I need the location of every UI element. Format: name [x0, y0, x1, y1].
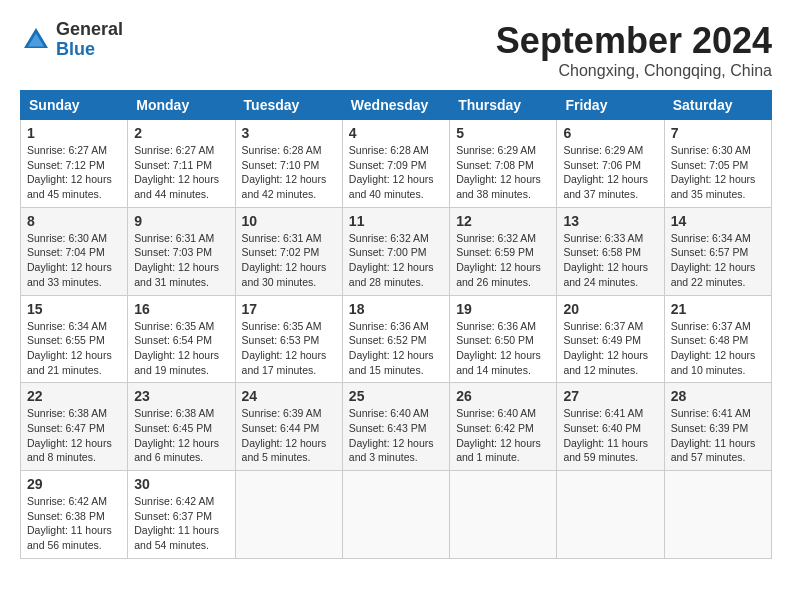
day-info: Sunrise: 6:34 AMSunset: 6:55 PMDaylight:…: [27, 319, 121, 378]
calendar-cell: 14Sunrise: 6:34 AMSunset: 6:57 PMDayligh…: [664, 207, 771, 295]
header-cell-friday: Friday: [557, 91, 664, 120]
day-number: 9: [134, 213, 228, 229]
day-number: 19: [456, 301, 550, 317]
calendar-cell: 8Sunrise: 6:30 AMSunset: 7:04 PMDaylight…: [21, 207, 128, 295]
calendar-cell: 17Sunrise: 6:35 AMSunset: 6:53 PMDayligh…: [235, 295, 342, 383]
day-info: Sunrise: 6:41 AMSunset: 6:39 PMDaylight:…: [671, 406, 765, 465]
calendar-cell: 2Sunrise: 6:27 AMSunset: 7:11 PMDaylight…: [128, 120, 235, 208]
calendar-cell: 30Sunrise: 6:42 AMSunset: 6:37 PMDayligh…: [128, 471, 235, 559]
day-number: 13: [563, 213, 657, 229]
day-info: Sunrise: 6:35 AMSunset: 6:53 PMDaylight:…: [242, 319, 336, 378]
calendar-cell: 18Sunrise: 6:36 AMSunset: 6:52 PMDayligh…: [342, 295, 449, 383]
calendar-body: 1Sunrise: 6:27 AMSunset: 7:12 PMDaylight…: [21, 120, 772, 559]
day-info: Sunrise: 6:38 AMSunset: 6:47 PMDaylight:…: [27, 406, 121, 465]
calendar-cell: 13Sunrise: 6:33 AMSunset: 6:58 PMDayligh…: [557, 207, 664, 295]
header-cell-thursday: Thursday: [450, 91, 557, 120]
calendar-row: 22Sunrise: 6:38 AMSunset: 6:47 PMDayligh…: [21, 383, 772, 471]
day-info: Sunrise: 6:27 AMSunset: 7:12 PMDaylight:…: [27, 143, 121, 202]
calendar-cell: [557, 471, 664, 559]
day-info: Sunrise: 6:29 AMSunset: 7:08 PMDaylight:…: [456, 143, 550, 202]
header-row: SundayMondayTuesdayWednesdayThursdayFrid…: [21, 91, 772, 120]
calendar-cell: 21Sunrise: 6:37 AMSunset: 6:48 PMDayligh…: [664, 295, 771, 383]
calendar-cell: [342, 471, 449, 559]
day-info: Sunrise: 6:28 AMSunset: 7:10 PMDaylight:…: [242, 143, 336, 202]
day-info: Sunrise: 6:32 AMSunset: 6:59 PMDaylight:…: [456, 231, 550, 290]
header-cell-tuesday: Tuesday: [235, 91, 342, 120]
logo-general-text: General: [56, 20, 123, 40]
calendar-cell: 12Sunrise: 6:32 AMSunset: 6:59 PMDayligh…: [450, 207, 557, 295]
day-number: 4: [349, 125, 443, 141]
day-info: Sunrise: 6:36 AMSunset: 6:52 PMDaylight:…: [349, 319, 443, 378]
day-info: Sunrise: 6:41 AMSunset: 6:40 PMDaylight:…: [563, 406, 657, 465]
day-info: Sunrise: 6:36 AMSunset: 6:50 PMDaylight:…: [456, 319, 550, 378]
day-info: Sunrise: 6:37 AMSunset: 6:49 PMDaylight:…: [563, 319, 657, 378]
calendar-row: 1Sunrise: 6:27 AMSunset: 7:12 PMDaylight…: [21, 120, 772, 208]
header-cell-sunday: Sunday: [21, 91, 128, 120]
calendar-cell: 3Sunrise: 6:28 AMSunset: 7:10 PMDaylight…: [235, 120, 342, 208]
day-number: 3: [242, 125, 336, 141]
day-info: Sunrise: 6:35 AMSunset: 6:54 PMDaylight:…: [134, 319, 228, 378]
calendar-cell: 29Sunrise: 6:42 AMSunset: 6:38 PMDayligh…: [21, 471, 128, 559]
calendar-cell: 5Sunrise: 6:29 AMSunset: 7:08 PMDaylight…: [450, 120, 557, 208]
day-number: 11: [349, 213, 443, 229]
calendar-cell: 16Sunrise: 6:35 AMSunset: 6:54 PMDayligh…: [128, 295, 235, 383]
title-section: September 2024 Chongxing, Chongqing, Chi…: [496, 20, 772, 80]
day-number: 2: [134, 125, 228, 141]
calendar-header: SundayMondayTuesdayWednesdayThursdayFrid…: [21, 91, 772, 120]
day-number: 25: [349, 388, 443, 404]
day-number: 23: [134, 388, 228, 404]
header: General Blue September 2024 Chongxing, C…: [20, 20, 772, 80]
day-info: Sunrise: 6:29 AMSunset: 7:06 PMDaylight:…: [563, 143, 657, 202]
day-number: 5: [456, 125, 550, 141]
day-number: 7: [671, 125, 765, 141]
calendar-cell: 10Sunrise: 6:31 AMSunset: 7:02 PMDayligh…: [235, 207, 342, 295]
calendar-cell: 6Sunrise: 6:29 AMSunset: 7:06 PMDaylight…: [557, 120, 664, 208]
day-number: 28: [671, 388, 765, 404]
day-number: 30: [134, 476, 228, 492]
calendar-cell: 11Sunrise: 6:32 AMSunset: 7:00 PMDayligh…: [342, 207, 449, 295]
day-info: Sunrise: 6:42 AMSunset: 6:37 PMDaylight:…: [134, 494, 228, 553]
calendar-row: 29Sunrise: 6:42 AMSunset: 6:38 PMDayligh…: [21, 471, 772, 559]
day-info: Sunrise: 6:32 AMSunset: 7:00 PMDaylight:…: [349, 231, 443, 290]
day-number: 10: [242, 213, 336, 229]
day-number: 24: [242, 388, 336, 404]
calendar-table: SundayMondayTuesdayWednesdayThursdayFrid…: [20, 90, 772, 559]
day-number: 18: [349, 301, 443, 317]
day-number: 8: [27, 213, 121, 229]
day-info: Sunrise: 6:30 AMSunset: 7:05 PMDaylight:…: [671, 143, 765, 202]
day-number: 16: [134, 301, 228, 317]
calendar-cell: 23Sunrise: 6:38 AMSunset: 6:45 PMDayligh…: [128, 383, 235, 471]
day-info: Sunrise: 6:27 AMSunset: 7:11 PMDaylight:…: [134, 143, 228, 202]
day-number: 26: [456, 388, 550, 404]
logo: General Blue: [20, 20, 123, 60]
day-info: Sunrise: 6:30 AMSunset: 7:04 PMDaylight:…: [27, 231, 121, 290]
day-number: 6: [563, 125, 657, 141]
calendar-cell: 19Sunrise: 6:36 AMSunset: 6:50 PMDayligh…: [450, 295, 557, 383]
calendar-row: 8Sunrise: 6:30 AMSunset: 7:04 PMDaylight…: [21, 207, 772, 295]
calendar-cell: [235, 471, 342, 559]
calendar-cell: 28Sunrise: 6:41 AMSunset: 6:39 PMDayligh…: [664, 383, 771, 471]
calendar-cell: 22Sunrise: 6:38 AMSunset: 6:47 PMDayligh…: [21, 383, 128, 471]
day-info: Sunrise: 6:38 AMSunset: 6:45 PMDaylight:…: [134, 406, 228, 465]
day-info: Sunrise: 6:40 AMSunset: 6:42 PMDaylight:…: [456, 406, 550, 465]
day-number: 21: [671, 301, 765, 317]
calendar-cell: [664, 471, 771, 559]
calendar-cell: [450, 471, 557, 559]
header-cell-monday: Monday: [128, 91, 235, 120]
day-info: Sunrise: 6:33 AMSunset: 6:58 PMDaylight:…: [563, 231, 657, 290]
calendar-row: 15Sunrise: 6:34 AMSunset: 6:55 PMDayligh…: [21, 295, 772, 383]
day-number: 12: [456, 213, 550, 229]
calendar-cell: 15Sunrise: 6:34 AMSunset: 6:55 PMDayligh…: [21, 295, 128, 383]
calendar-cell: 4Sunrise: 6:28 AMSunset: 7:09 PMDaylight…: [342, 120, 449, 208]
day-info: Sunrise: 6:31 AMSunset: 7:03 PMDaylight:…: [134, 231, 228, 290]
day-number: 22: [27, 388, 121, 404]
day-info: Sunrise: 6:28 AMSunset: 7:09 PMDaylight:…: [349, 143, 443, 202]
day-info: Sunrise: 6:39 AMSunset: 6:44 PMDaylight:…: [242, 406, 336, 465]
header-cell-wednesday: Wednesday: [342, 91, 449, 120]
calendar-cell: 25Sunrise: 6:40 AMSunset: 6:43 PMDayligh…: [342, 383, 449, 471]
day-number: 29: [27, 476, 121, 492]
day-info: Sunrise: 6:31 AMSunset: 7:02 PMDaylight:…: [242, 231, 336, 290]
calendar-cell: 7Sunrise: 6:30 AMSunset: 7:05 PMDaylight…: [664, 120, 771, 208]
day-number: 27: [563, 388, 657, 404]
calendar-cell: 26Sunrise: 6:40 AMSunset: 6:42 PMDayligh…: [450, 383, 557, 471]
